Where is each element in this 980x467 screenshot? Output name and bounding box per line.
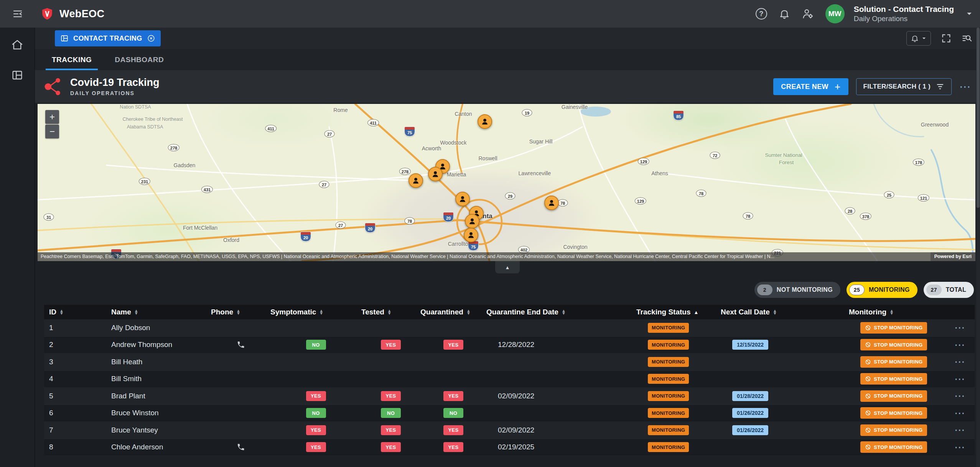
yes-badge: YES xyxy=(381,442,401,452)
column-header-quarantine-end-date[interactable]: Quarantine End Date▲▼ xyxy=(486,305,636,319)
cell-tracking-status: MONITORING xyxy=(636,337,721,354)
avatar[interactable]: MW xyxy=(825,4,845,23)
stop-monitoring-button[interactable]: STOP MONITORING xyxy=(860,441,927,453)
phone-icon[interactable] xyxy=(237,340,245,349)
yes-badge: YES xyxy=(443,391,463,401)
row-more-options-icon[interactable]: ⋯ xyxy=(954,321,965,334)
page-scrollbar[interactable] xyxy=(976,28,980,467)
column-header-tested[interactable]: Tested▲▼ xyxy=(361,305,420,319)
column-header-quarantined[interactable]: Quarantined▲▼ xyxy=(420,305,486,319)
stop-monitoring-label: STOP MONITORING xyxy=(874,410,922,416)
cell-phone xyxy=(211,388,270,405)
person-map-marker[interactable] xyxy=(408,173,423,188)
cell-phone xyxy=(211,422,270,439)
notifications-bell-icon[interactable] xyxy=(779,8,790,20)
map-attribution: Peachtree Corners Basemap, Esri, TomTom,… xyxy=(38,252,975,261)
tab-tracking[interactable]: TRACKING xyxy=(40,49,103,70)
cell-next-call-date: 01/28/2022 xyxy=(721,388,849,405)
table-header-row: ID▲▼Name▲▼Phone▲▼Symptomatic▲▼Tested▲▼Qu… xyxy=(44,305,975,319)
person-map-marker[interactable] xyxy=(455,192,470,206)
tab-dashboard[interactable]: DASHBOARD xyxy=(103,49,175,70)
map-zoom-out-button[interactable]: − xyxy=(45,125,59,138)
cell-actions: ⋯ xyxy=(945,388,975,405)
cell-id: 4 xyxy=(44,371,111,388)
table-row[interactable]: 3Bill HeathMONITORINGSTOP MONITORING⋯ xyxy=(44,354,975,371)
person-map-marker[interactable] xyxy=(465,214,479,229)
filter-chip-not-monitoring[interactable]: 2 NOT MONITORING xyxy=(754,282,840,298)
map-zoom-in-button[interactable]: + xyxy=(45,110,59,124)
stop-monitoring-button[interactable]: STOP MONITORING xyxy=(860,407,927,419)
table-row[interactable]: 6Bruce WinstonNONONOMONITORING01/26/2022… xyxy=(44,405,975,422)
home-icon[interactable] xyxy=(11,38,24,51)
column-header-id[interactable]: ID▲▼ xyxy=(44,305,111,319)
column-header-phone[interactable]: Phone▲▼ xyxy=(211,305,270,319)
row-more-options-icon[interactable]: ⋯ xyxy=(954,373,965,385)
filter-chip-total[interactable]: 27 TOTAL xyxy=(924,282,974,298)
row-more-options-icon[interactable]: ⋯ xyxy=(954,441,965,454)
cell-tested: YES xyxy=(361,337,420,354)
stop-monitoring-button[interactable]: STOP MONITORING xyxy=(860,339,927,350)
person-map-marker[interactable] xyxy=(544,196,559,210)
stop-monitoring-button[interactable]: STOP MONITORING xyxy=(860,322,927,334)
close-icon[interactable] xyxy=(147,34,155,43)
stop-monitoring-button[interactable]: STOP MONITORING xyxy=(860,356,927,368)
map-marker-layer xyxy=(38,104,975,261)
esri-attribution: Powered by Esri xyxy=(931,252,975,261)
cell-monitoring: STOP MONITORING xyxy=(849,371,945,388)
fullscreen-icon[interactable] xyxy=(941,33,952,44)
map-collapse-toggle[interactable]: ▲ xyxy=(495,261,520,273)
person-map-marker[interactable] xyxy=(428,167,443,181)
boards-panel-icon[interactable] xyxy=(11,69,23,81)
row-more-options-icon[interactable]: ⋯ xyxy=(954,407,965,419)
column-header-name[interactable]: Name▲▼ xyxy=(111,305,211,319)
cell-symptomatic: NO xyxy=(270,405,361,422)
table-row[interactable]: 4Bill SmithMONITORINGSTOP MONITORING⋯ xyxy=(44,371,975,388)
filter-search-button[interactable]: FILTER/SEARCH ( 1 ) xyxy=(856,78,952,95)
board-more-options-icon[interactable]: ⋯ xyxy=(959,85,972,89)
phone-icon[interactable] xyxy=(237,443,245,451)
table-row[interactable]: 1Ally DobsonMONITORINGSTOP MONITORING⋯ xyxy=(44,319,975,337)
cell-quarantine-end-date xyxy=(486,319,636,336)
stop-circle-slash-icon xyxy=(865,359,871,365)
cell-id: 2 xyxy=(44,337,111,354)
cell-id: 3 xyxy=(44,354,111,370)
cell-id: 5 xyxy=(44,388,111,405)
cell-id: 1 xyxy=(44,319,111,336)
table-row[interactable]: 7Bruce YantseyYESYESYES02/09/2022MONITOR… xyxy=(44,422,975,439)
board-notifications-dropdown[interactable] xyxy=(906,31,931,46)
yes-badge: YES xyxy=(306,442,326,452)
column-header-monitoring[interactable]: Monitoring▲▼ xyxy=(849,305,945,319)
covid-tracking-logo xyxy=(42,76,63,97)
person-map-marker[interactable] xyxy=(478,114,492,129)
row-more-options-icon[interactable]: ⋯ xyxy=(954,424,965,436)
stop-monitoring-button[interactable]: STOP MONITORING xyxy=(860,373,927,385)
help-icon[interactable]: ? xyxy=(756,8,767,20)
solution-name: Solution - Contact Tracing xyxy=(854,4,954,14)
map-canvas[interactable]: Nation SDTSACherokee Tribe of NortheastA… xyxy=(38,104,975,261)
column-header-symptomatic[interactable]: Symptomatic▲▼ xyxy=(270,305,361,319)
filter-chip-monitoring[interactable]: 25 MONITORING xyxy=(847,282,917,298)
board-search-icon[interactable] xyxy=(962,33,972,44)
column-header-tracking-status[interactable]: Tracking Status▲ xyxy=(636,305,721,319)
row-more-options-icon[interactable]: ⋯ xyxy=(954,390,965,402)
sidebar-collapse-icon[interactable] xyxy=(12,8,23,20)
person-map-marker[interactable] xyxy=(464,228,478,242)
workspace-chip-label: CONTACT TRACING xyxy=(73,35,142,43)
table-row[interactable]: 5Brad PlantYESYESYES02/09/2022MONITORING… xyxy=(44,388,975,405)
cell-symptomatic xyxy=(270,319,361,336)
user-admin-icon[interactable] xyxy=(802,8,814,20)
scrollbar-thumb[interactable] xyxy=(977,28,980,208)
solution-switcher-chevron-icon[interactable] xyxy=(965,10,973,18)
table-row[interactable]: 8Chloe AndersonYESYESYES02/19/2025MONITO… xyxy=(44,439,975,456)
table-row[interactable]: 2Andrew ThompsonNOYESYES12/28/2022MONITO… xyxy=(44,337,975,354)
stop-monitoring-button[interactable]: STOP MONITORING xyxy=(860,390,927,402)
stop-monitoring-label: STOP MONITORING xyxy=(874,427,922,433)
yes-badge: YES xyxy=(381,391,401,401)
cell-monitoring: STOP MONITORING xyxy=(849,405,945,422)
row-more-options-icon[interactable]: ⋯ xyxy=(954,355,965,368)
stop-monitoring-button[interactable]: STOP MONITORING xyxy=(860,424,927,436)
create-new-button[interactable]: CREATE NEW + xyxy=(773,78,848,95)
column-header-next-call-date[interactable]: Next Call Date▲▼ xyxy=(721,305,849,319)
workspace-chip-contact-tracing[interactable]: CONTACT TRACING xyxy=(55,30,161,46)
row-more-options-icon[interactable]: ⋯ xyxy=(954,339,965,351)
